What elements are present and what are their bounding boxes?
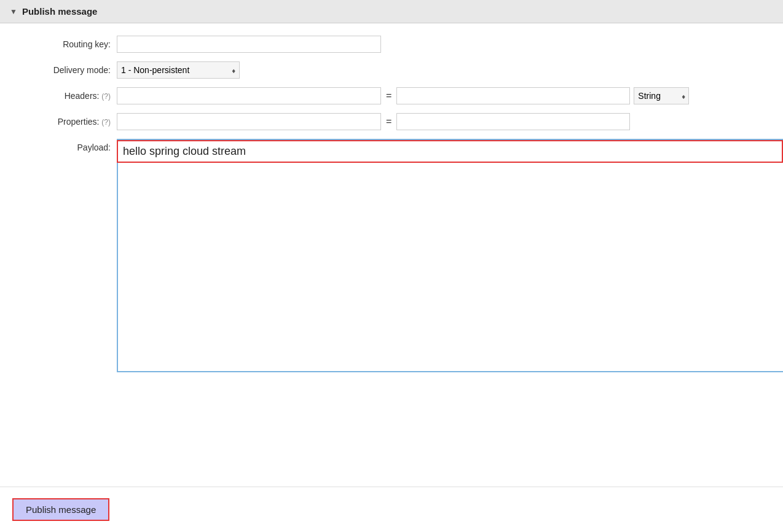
delivery-mode-row: Delivery mode: 1 - Non-persistent 2 - Pe… [0,61,783,79]
payload-row: Payload: [0,139,783,474]
headers-value-input[interactable] [396,87,630,104]
properties-inputs: = [117,113,630,130]
delivery-mode-select[interactable]: 1 - Non-persistent 2 - Persistent [117,61,240,79]
properties-row: Properties: (?) = [0,113,783,130]
form-area: Routing key: Delivery mode: 1 - Non-pers… [0,23,783,487]
payload-label: Payload: [0,139,117,152]
routing-key-row: Routing key: [0,36,783,53]
headers-key-input[interactable] [117,87,381,104]
bottom-bar: Publish message [0,487,783,532]
properties-equal-sign: = [385,116,393,127]
publish-message-button[interactable]: Publish message [12,498,109,521]
delivery-mode-label: Delivery mode: [12,65,117,75]
routing-key-label: Routing key: [12,39,117,49]
headers-type-select[interactable]: String Number Boolean [634,87,689,104]
headers-help-icon[interactable]: (?) [101,92,111,101]
headers-inputs: = String Number Boolean [117,87,689,104]
section-header: ▼ Publish message [0,0,783,23]
headers-label: Headers: (?) [12,91,117,101]
routing-key-input[interactable] [117,36,381,53]
payload-first-line-input[interactable] [117,140,783,163]
payload-textarea[interactable] [117,163,783,371]
properties-value-input[interactable] [396,113,630,130]
section-title: Publish message [22,6,98,17]
properties-key-input[interactable] [117,113,381,130]
delivery-mode-select-wrapper: 1 - Non-persistent 2 - Persistent [117,61,240,79]
headers-type-wrapper: String Number Boolean [634,87,689,104]
headers-equal-sign: = [385,90,393,101]
properties-help-icon[interactable]: (?) [101,118,111,127]
payload-container [117,139,783,372]
collapse-icon[interactable]: ▼ [10,7,17,16]
headers-row: Headers: (?) = String Number Boolean [0,87,783,104]
page-wrapper: ▼ Publish message Routing key: Delivery … [0,0,783,532]
properties-label: Properties: (?) [12,117,117,127]
